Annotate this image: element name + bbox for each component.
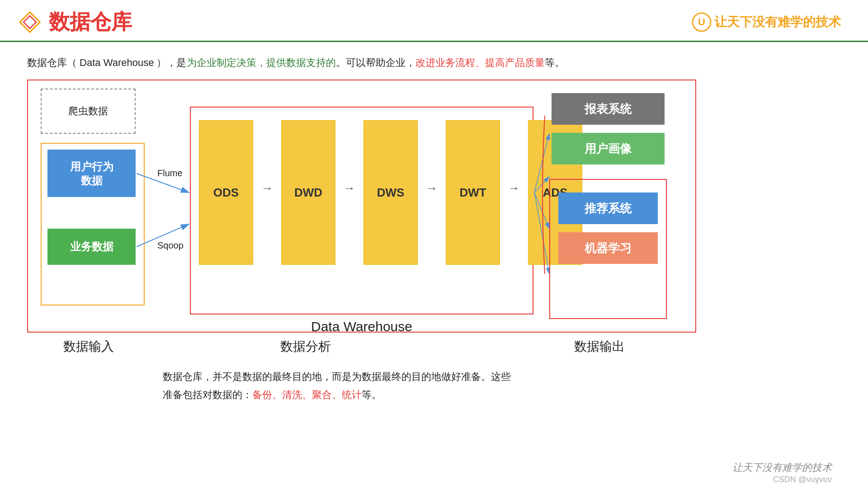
label-analysis: 数据分析 (280, 338, 331, 355)
bottom-csdn: CSDN @vuyvuv (773, 475, 832, 484)
input-biz-label: 业务数据 (70, 239, 113, 254)
intro-highlight2: 改进业务流程、提高产品质量 (415, 57, 545, 68)
bottom-highlights: 备份、清洗、聚合、统计 (252, 389, 362, 400)
sqoop-label: Sqoop (157, 240, 184, 251)
bottom-line1: 数据仓库，并不是数据的最终目的地，而是为数据最终的目的地做好准备。这些 (163, 368, 841, 386)
brand-logo: U 让天下没有难学的技术 (692, 12, 841, 32)
header: 数据仓库 U 让天下没有难学的技术 (0, 0, 868, 42)
input-biz-data: 业务数据 (47, 229, 136, 265)
label-input: 数据输入 (63, 338, 114, 355)
label-output: 数据输出 (574, 338, 625, 355)
output-red-box: 推荐系统 机器学习 (549, 179, 667, 319)
flume-label: Flume (157, 168, 183, 178)
header-left: 数据仓库 (18, 8, 132, 36)
arrow-dwt-ads: → (508, 181, 520, 195)
dw-label: Data Warehouse (190, 319, 533, 334)
intro-text2: 。可以帮助企业， (336, 57, 415, 68)
intro-highlight1: 为企业制定决策，提供数据支持的 (187, 57, 336, 68)
dw-col-dws: DWS (363, 120, 418, 265)
arrow-dwd-dws: → (344, 181, 355, 195)
diamond-icon (18, 10, 42, 34)
bottom-text: 数据仓库，并不是数据的最终目的地，而是为数据最终的目的地做好准备。这些 准备包括… (0, 360, 868, 404)
input-user-data: 用户行为数据 (47, 150, 136, 197)
svg-text:U: U (698, 16, 705, 28)
output-user-box: 用户画像 (552, 133, 665, 164)
arrow-ods-dwd: → (261, 181, 273, 195)
output-ml-box: 机器学习 (558, 232, 658, 264)
output-recommend-box: 推荐系统 (558, 192, 658, 224)
diagram-container: 爬虫数据 用户行为数据 业务数据 Flume Sqoop Data Wareho… (27, 80, 841, 360)
crawler-label: 爬虫数据 (68, 104, 108, 118)
bottom-line2: 准备包括对数据的：备份、清洗、聚合、统计等。 (163, 386, 841, 404)
brand-icon: U (692, 12, 712, 32)
intro-text3: 等。 (545, 57, 565, 68)
output-report-label: 报表系统 (585, 101, 632, 117)
output-recommend-label: 推荐系统 (585, 201, 632, 216)
arrow-dws-dwt: → (426, 181, 438, 195)
crawler-box: 爬虫数据 (41, 89, 136, 134)
output-section: 报表系统 用户画像 (552, 93, 678, 173)
dw-col-dwt: DWT (446, 120, 500, 265)
output-user-label: 用户画像 (585, 141, 632, 157)
output-ml-label: 机器学习 (585, 240, 632, 256)
bottom-slogan: 让天下没有难学的技术 (732, 461, 832, 474)
brand-name: 让天下没有难学的技术 (714, 14, 841, 31)
dw-col-dwd: DWD (281, 120, 335, 265)
dw-col-ods: ODS (199, 120, 253, 265)
intro-text1: 数据仓库（ Data Warehouse ），是 (27, 57, 187, 68)
dw-columns: ODS → DWD → DWS → DWT → ADS (199, 120, 582, 265)
output-report-box: 报表系统 (552, 93, 665, 125)
intro-section: 数据仓库（ Data Warehouse ），是为企业制定决策，提供数据支持的。… (0, 42, 868, 75)
input-user-label: 用户行为数据 (70, 160, 113, 188)
page-title: 数据仓库 (49, 8, 132, 36)
